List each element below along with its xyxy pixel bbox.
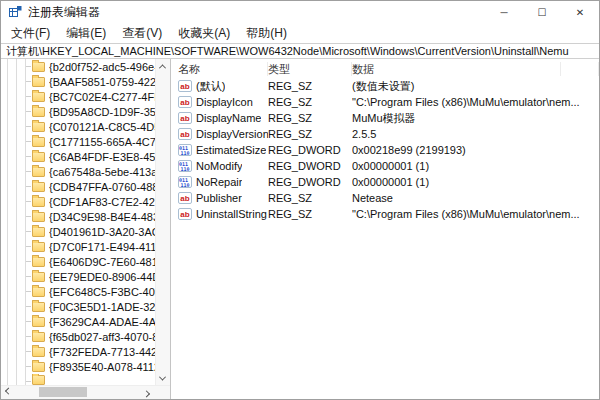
value-row[interactable]: DisplayName REG_SZ MuMu模拟器 [171,110,599,126]
tree-item[interactable]: {D401961D-3A20-3AC2 [1,224,155,239]
tree-item-label: {D34C9E98-B4E4-4833 [49,211,155,223]
scroll-left-button[interactable] [1,385,16,399]
tree-item[interactable]: {b2d0f752-adc5-496e- [1,59,155,74]
menu-help[interactable]: 帮助(H) [238,23,295,43]
value-type: REG_SZ [268,112,352,124]
folder-icon [32,242,45,252]
tree-item[interactable]: {BC7C02E4-C277-4FDE [1,89,155,104]
tree-item[interactable]: {EE79EDE0-8906-44DC [1,269,155,284]
folder-icon [32,332,45,342]
value-name: UninstallString [196,208,267,220]
tree-vertical-scrollbar[interactable] [155,59,170,385]
folder-icon [32,122,45,132]
folder-icon [32,137,45,147]
folder-icon [32,287,45,297]
tree-item-label: {D7C0F171-E494-4115 [49,241,155,253]
value-row[interactable]: Publisher REG_SZ Netease [171,190,599,206]
tree-item-label: {CDF1AF83-C7E2-427B [49,196,155,208]
tree-item[interactable]: {ca67548a-5ebe-413a- [1,164,155,179]
tree-item-label: {ca67548a-5ebe-413a- [49,166,155,178]
tree-horizontal-scrollbar[interactable] [1,385,170,399]
reg-sz-icon [178,192,192,204]
tree-item[interactable]: {C1771155-665A-4C7F [1,134,155,149]
value-data: 0x00000001 (1) [352,176,599,188]
value-data: (数值未设置) [352,79,599,94]
window-controls: ─ ☐ ✕ [485,1,599,23]
tree-item[interactable]: {BAAF5851-0759-422D [1,74,155,89]
tree-item-partial[interactable] [1,374,155,385]
value-row[interactable]: UninstallString REG_SZ "C:\Program Files… [171,206,599,222]
column-header-data[interactable]: 数据 [352,62,599,76]
tree-item[interactable]: {CDF1AF83-C7E2-427B [1,194,155,209]
folder-icon [32,182,45,192]
value-data: Netease [352,192,599,204]
folder-icon [32,227,45,237]
tree-item-label: {E6406D9C-7E60-4819 [49,256,155,268]
folder-icon [32,107,45,117]
tree-item[interactable]: {D7C0F171-E494-4115 [1,239,155,254]
value-row[interactable]: EstimatedSize REG_DWORD 0x00218e99 (2199… [171,142,599,158]
window-title: 注册表编辑器 [28,4,100,21]
tree-item[interactable]: {F0C3E5D1-1ADE-321E [1,299,155,314]
tree-item[interactable]: {f65db027-aff3-4070-8 [1,329,155,344]
horizontal-scrollbar-thumb[interactable] [39,387,87,397]
menu-view[interactable]: 查看(V) [114,23,170,43]
scroll-up-button[interactable] [155,59,170,73]
menu-file[interactable]: 文件(F) [3,23,58,43]
tree-item-label: {F8935E40-A078-4112- [49,361,155,373]
tree-item-label: {BD95A8CD-1D9F-35A [49,106,155,118]
folder-icon [32,347,45,357]
tree-item-label: {EFC648C5-F3BC-4096 [49,286,155,298]
folder-icon [32,302,45,312]
tree-item[interactable]: {F732FEDA-7713-4428- [1,344,155,359]
folder-icon [32,317,45,327]
menubar: 文件(F) 编辑(E) 查看(V) 收藏夹(A) 帮助(H) [1,23,599,43]
minimize-button[interactable]: ─ [485,1,523,23]
value-name: DisplayIcon [196,96,253,108]
tree-item[interactable]: {F8935E40-A078-4112- [1,359,155,374]
tree-item-label: {F0C3E5D1-1ADE-321E [49,301,155,313]
value-row[interactable]: NoRepair REG_DWORD 0x00000001 (1) [171,174,599,190]
tree-item[interactable]: {E6406D9C-7E60-4819 [1,254,155,269]
address-bar[interactable]: 计算机\HKEY_LOCAL_MACHINE\SOFTWARE\WOW6432N… [1,43,599,59]
maximize-button[interactable]: ☐ [523,1,561,23]
tree-item[interactable]: {C6AB4FDF-E3E8-4521 [1,149,155,164]
tree-item[interactable]: {D34C9E98-B4E4-4833 [1,209,155,224]
tree-item-label: {EE79EDE0-8906-44DC [49,271,155,283]
tree-item-label: {C6AB4FDF-E3E8-4521 [49,151,155,163]
value-name: NoModify [196,160,242,172]
folder-icon [32,167,45,177]
menu-favorites[interactable]: 收藏夹(A) [170,23,238,43]
value-row[interactable]: NoModify REG_DWORD 0x00000001 (1) [171,158,599,174]
scroll-right-button[interactable] [139,385,154,399]
chevron-right-icon [143,390,150,397]
value-row[interactable]: DisplayVersion REG_SZ 2.5.5 [171,126,599,142]
value-type: REG_SZ [268,128,352,140]
tree-item[interactable]: {EFC648C5-F3BC-4096 [1,284,155,299]
value-row[interactable]: DisplayIcon REG_SZ "C:\Program Files (x8… [171,94,599,110]
tree-item[interactable]: {F3629CA4-ADAE-4A10 [1,314,155,329]
tree-item[interactable]: {C070121A-C8C5-4D52 [1,119,155,134]
value-name: NoRepair [196,176,242,188]
column-header-type[interactable]: 类型 [268,62,352,76]
values-header: 名称 类型 数据 [171,60,599,78]
scroll-down-button[interactable] [155,371,170,385]
menu-edit[interactable]: 编辑(E) [58,23,114,43]
titlebar: 注册表编辑器 ─ ☐ ✕ [1,1,599,23]
value-data: 0x00218e99 (2199193) [352,144,599,156]
folder-icon [32,77,45,87]
close-button[interactable]: ✕ [561,1,599,23]
registry-path: 计算机\HKEY_LOCAL_MACHINE\SOFTWARE\WOW6432N… [6,44,569,59]
folder-icon [32,92,45,102]
value-data: "C:\Program Files (x86)\MuMu\emulator\ne… [352,208,599,220]
tree-item-label: {CDB47FFA-0760-4888 [49,181,155,193]
value-row[interactable]: (默认) REG_SZ (数值未设置) [171,78,599,94]
tree-item[interactable]: {CDB47FFA-0760-4888 [1,179,155,194]
key-tree: {b2d0f752-adc5-496e- {BAAF5851-0759-422D… [1,59,155,385]
value-type: REG_SZ [268,208,352,220]
tree-item-label: {D401961D-3A20-3AC2 [49,226,155,238]
tree-item-label: {F732FEDA-7713-4428- [49,346,155,358]
folder-icon [32,197,45,207]
tree-item[interactable]: {BD95A8CD-1D9F-35A [1,104,155,119]
column-header-name[interactable]: 名称 [178,62,268,76]
